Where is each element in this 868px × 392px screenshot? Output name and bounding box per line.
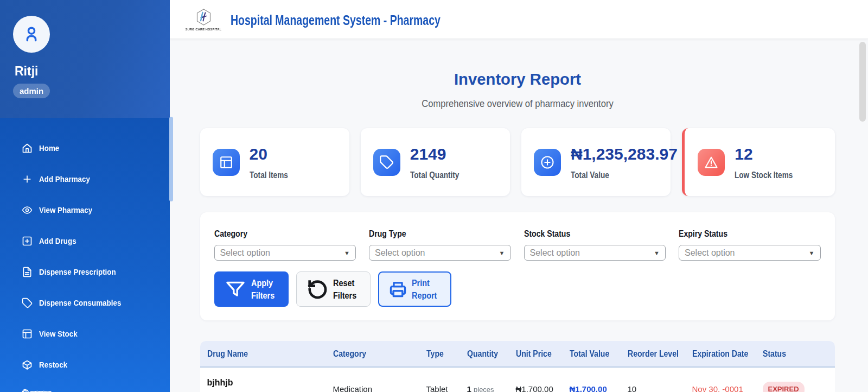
svg-text:SURGICARE HOSPITAL: SURGICARE HOSPITAL [186, 28, 222, 31]
